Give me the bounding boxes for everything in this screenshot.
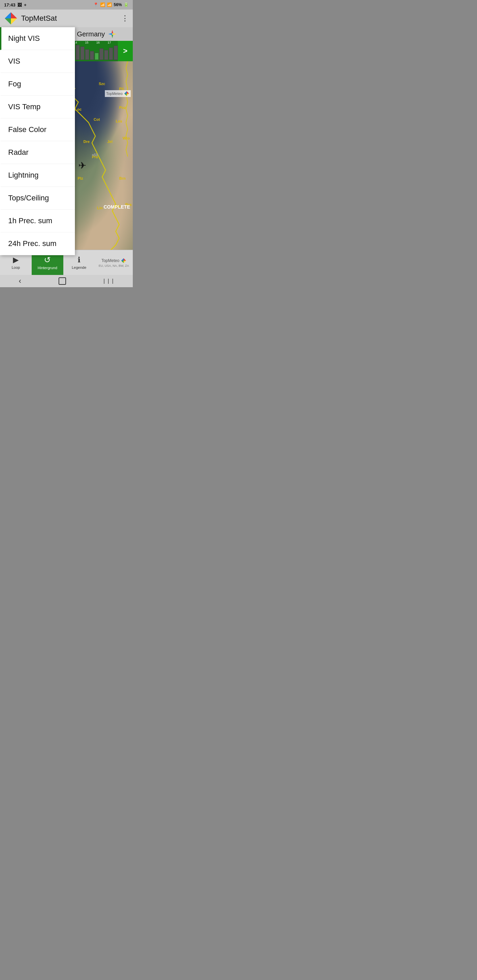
menu-item-vis[interactable]: VIS	[0, 50, 75, 73]
region-label: Germany	[77, 29, 117, 39]
menu-item-lightning[interactable]: Lightning	[0, 164, 75, 187]
map-label-loc: Loc	[75, 107, 82, 111]
map-label-brn: Brn	[119, 176, 126, 180]
map-label-n50: n50	[92, 153, 98, 157]
svg-marker-13	[127, 94, 129, 96]
map-label-les: Les	[116, 119, 122, 123]
hintergrund-label: Hintergrund	[38, 266, 57, 270]
compass-icon	[108, 29, 117, 39]
add-icon: +	[24, 2, 27, 8]
menu-item-tops-ceiling[interactable]: Tops/Ceiling	[0, 187, 75, 210]
android-nav: ‹ | | |	[0, 275, 133, 287]
svg-marker-7	[108, 33, 112, 35]
recent-button[interactable]: | | |	[104, 278, 114, 284]
nav-topmeteo[interactable]: TopMeteo EU, USA, NA, BW, ZA	[95, 250, 133, 275]
complete-label: COMPLETE	[104, 204, 130, 210]
topmeteo-nav-logo	[121, 258, 126, 263]
dropdown-menu: Night VIS VIS Fog VIS Temp False Color R…	[0, 27, 75, 255]
menu-item-radar[interactable]: Radar	[0, 141, 75, 164]
menu-item-vis-temp[interactable]: VIS Temp	[0, 95, 75, 118]
menu-item-false-color[interactable]: False Color	[0, 118, 75, 141]
svg-marker-16	[121, 261, 124, 263]
watermark: TopMeteo	[105, 90, 131, 97]
tl-bar-9	[99, 48, 104, 60]
map-label-poz: Poz	[119, 105, 126, 110]
svg-marker-3	[5, 12, 11, 18]
status-right: 📍 📶 📶 56% 🔋	[93, 2, 129, 7]
battery-text: 56%	[114, 2, 122, 7]
app-bar: TopMetSat ⋮	[0, 10, 133, 27]
menu-item-fog[interactable]: Fog	[0, 73, 75, 95]
app-title: TopMetSat	[21, 14, 57, 23]
svg-marker-15	[124, 258, 126, 261]
app-logo	[4, 11, 18, 25]
tl-bar-4	[76, 45, 80, 60]
timeline-next-button[interactable]: >	[118, 41, 133, 61]
tl-bar-12	[114, 46, 118, 60]
home-button[interactable]	[59, 277, 66, 285]
svg-marker-11	[124, 94, 127, 96]
topmeteo-nav-title: TopMeteo	[102, 258, 120, 263]
svg-marker-1	[11, 12, 17, 18]
svg-marker-8	[112, 33, 116, 35]
loop-label: Loop	[11, 266, 20, 269]
menu-item-1h-prec[interactable]: 1h Prec. sum	[0, 210, 75, 232]
tl-bar-10	[104, 50, 108, 60]
svg-marker-18	[124, 261, 126, 263]
loop-icon: ▶	[13, 256, 19, 264]
topmeteo-nav-subtitle: EU, USA, NA, BW, ZA	[99, 264, 129, 267]
map-label-wro: Wro	[123, 136, 130, 140]
legende-label: Legende	[72, 266, 86, 269]
back-button[interactable]: ‹	[19, 277, 21, 285]
map-label-lin: Lin	[97, 206, 103, 210]
app-bar-left: TopMetSat	[4, 11, 57, 25]
map-label-plz: Plz	[78, 176, 83, 180]
status-left: 17:43 🖼 +	[4, 2, 27, 8]
map-label-dre: Dre	[83, 140, 89, 143]
topmeteo-logo	[124, 91, 129, 96]
signal-icon: 📶	[107, 2, 112, 7]
hintergrund-icon: ↺	[44, 255, 51, 265]
svg-marker-10	[127, 91, 129, 94]
airplane-icon: ✈	[78, 160, 86, 171]
tl-bar-5	[80, 47, 85, 60]
tl-bar-6	[85, 49, 89, 60]
menu-item-night-vis[interactable]: Night VIS	[0, 27, 75, 50]
overflow-menu-icon[interactable]: ⋮	[121, 14, 129, 23]
map-label-jel: Jel	[107, 140, 112, 143]
map-label-cot: Cot	[94, 118, 100, 121]
wifi-icon: 📶	[100, 2, 105, 7]
tl-bar-7	[90, 51, 94, 60]
map-label-szc: Szc	[99, 82, 105, 86]
status-bar: 17:43 🖼 + 📍 📶 📶 56% 🔋	[0, 0, 133, 10]
svg-marker-17	[121, 258, 124, 261]
svg-marker-12	[124, 91, 127, 94]
time: 17:43	[4, 2, 15, 8]
tl-bar-11	[109, 48, 113, 60]
gallery-icon: 🖼	[18, 2, 22, 8]
tl-bar-8	[95, 53, 99, 60]
menu-item-24h-prec[interactable]: 24h Prec. sum	[0, 232, 75, 255]
location-icon: 📍	[93, 2, 98, 7]
battery-icon: 🔋	[124, 2, 129, 7]
legende-icon: ℹ	[78, 256, 80, 264]
